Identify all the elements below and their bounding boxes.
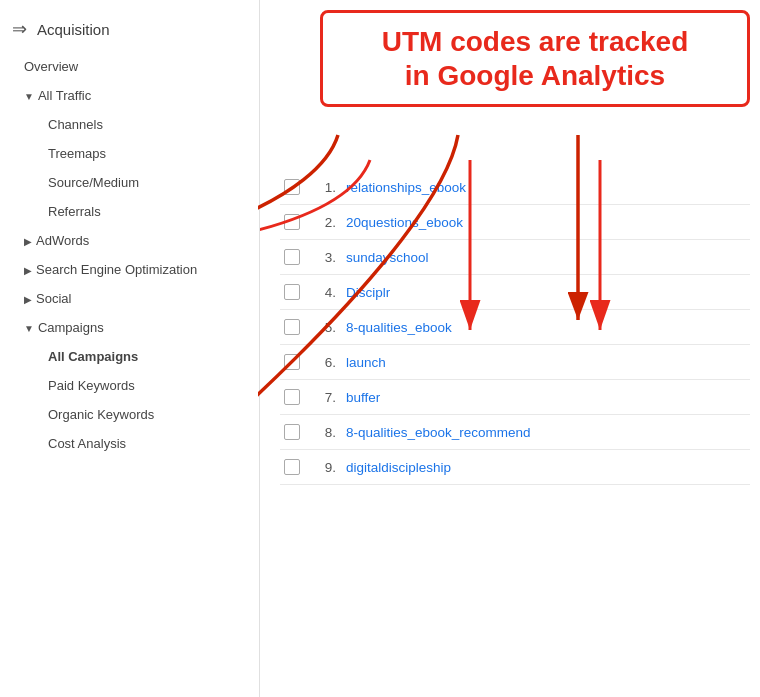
list-link[interactable]: 8-qualities_ebook_recommend <box>346 425 531 440</box>
list-link[interactable]: digitaldiscipleship <box>346 460 451 475</box>
list-item: 1. relationships_ebook <box>280 170 750 205</box>
list-num: 3. <box>314 250 336 265</box>
list-item: 7. buffer <box>280 380 750 415</box>
arrow-right-icon: ▶ <box>24 265 32 276</box>
list-item: 6. launch <box>280 345 750 380</box>
list-num: 4. <box>314 285 336 300</box>
list-checkbox[interactable] <box>284 284 300 300</box>
list-item: 2. 20questions_ebook <box>280 205 750 240</box>
acquisition-icon: ⇒ <box>12 18 27 40</box>
list-item: 8. 8-qualities_ebook_recommend <box>280 415 750 450</box>
sidebar-item-cost-analysis[interactable]: Cost Analysis <box>0 429 259 458</box>
list-num: 7. <box>314 390 336 405</box>
list-checkbox[interactable] <box>284 319 300 335</box>
list-num: 2. <box>314 215 336 230</box>
sidebar-item-paid-keywords[interactable]: Paid Keywords <box>0 371 259 400</box>
sidebar-item-adwords[interactable]: ▶ AdWords <box>0 226 259 255</box>
sidebar-item-overview[interactable]: Overview <box>0 52 259 81</box>
list-checkbox[interactable] <box>284 424 300 440</box>
list-item: 3. sundayschool <box>280 240 750 275</box>
sidebar-item-seo[interactable]: ▶ Search Engine Optimization <box>0 255 259 284</box>
list-item: 9. digitaldiscipleship <box>280 450 750 485</box>
sidebar-header: ⇒ Acquisition <box>0 10 259 52</box>
callout-box: UTM codes are tracked in Google Analytic… <box>320 10 750 107</box>
sidebar-item-all-campaigns[interactable]: All Campaigns <box>0 342 259 371</box>
list-link[interactable]: 20questions_ebook <box>346 215 463 230</box>
arrow-down-icon: ▼ <box>24 91 34 102</box>
list-num: 1. <box>314 180 336 195</box>
arrow-down-icon: ▼ <box>24 323 34 334</box>
list-checkbox[interactable] <box>284 249 300 265</box>
main-content: UTM codes are tracked in Google Analytic… <box>260 0 760 697</box>
list-checkbox[interactable] <box>284 389 300 405</box>
sidebar-nav: Overview▼ All TrafficChannelsTreemapsSou… <box>0 52 259 458</box>
sidebar-item-social[interactable]: ▶ Social <box>0 284 259 313</box>
sidebar-item-organic-keywords[interactable]: Organic Keywords <box>0 400 259 429</box>
arrow-right-icon: ▶ <box>24 294 32 305</box>
list-item: 4. Disciplr <box>280 275 750 310</box>
sidebar-item-campaigns[interactable]: ▼ Campaigns <box>0 313 259 342</box>
list-link[interactable]: 8-qualities_ebook <box>346 320 452 335</box>
arrow-right-icon: ▶ <box>24 236 32 247</box>
list-num: 8. <box>314 425 336 440</box>
sidebar-item-all-traffic[interactable]: ▼ All Traffic <box>0 81 259 110</box>
list-checkbox[interactable] <box>284 179 300 195</box>
list-num: 6. <box>314 355 336 370</box>
campaign-list: 1. relationships_ebook 2. 20questions_eb… <box>280 170 750 485</box>
list-link[interactable]: sundayschool <box>346 250 429 265</box>
list-link[interactable]: launch <box>346 355 386 370</box>
sidebar-item-treemaps[interactable]: Treemaps <box>0 139 259 168</box>
list-checkbox[interactable] <box>284 459 300 475</box>
sidebar-item-referrals[interactable]: Referrals <box>0 197 259 226</box>
list-num: 5. <box>314 320 336 335</box>
list-checkbox[interactable] <box>284 354 300 370</box>
list-checkbox[interactable] <box>284 214 300 230</box>
list-link[interactable]: relationships_ebook <box>346 180 466 195</box>
list-link[interactable]: buffer <box>346 390 380 405</box>
sidebar-item-channels[interactable]: Channels <box>0 110 259 139</box>
sidebar-header-label: Acquisition <box>37 21 110 38</box>
callout-text: UTM codes are tracked in Google Analytic… <box>341 25 729 92</box>
list-item: 5. 8-qualities_ebook <box>280 310 750 345</box>
list-link[interactable]: Disciplr <box>346 285 390 300</box>
list-num: 9. <box>314 460 336 475</box>
sidebar-item-source-medium[interactable]: Source/Medium <box>0 168 259 197</box>
sidebar: ⇒ Acquisition Overview▼ All TrafficChann… <box>0 0 260 697</box>
